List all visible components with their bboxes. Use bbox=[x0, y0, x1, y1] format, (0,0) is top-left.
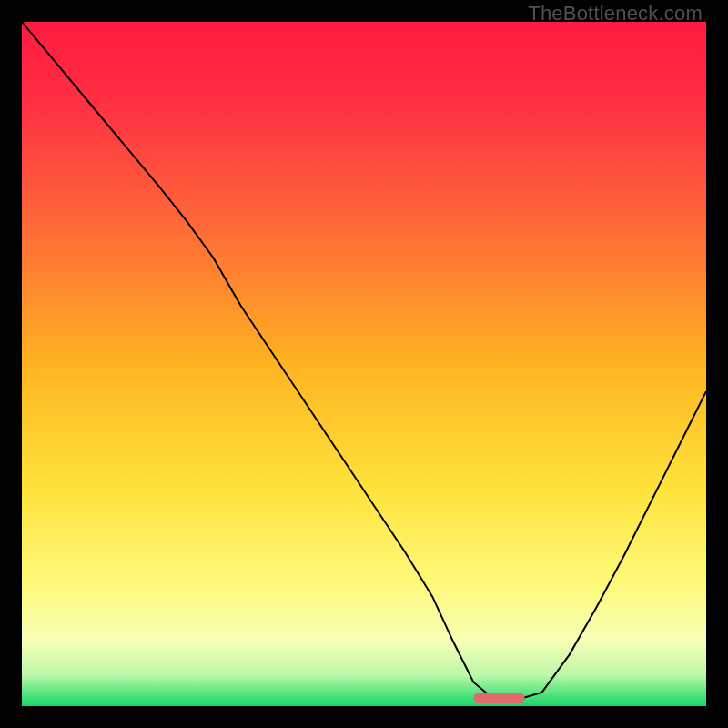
bottleneck-chart bbox=[22, 22, 706, 706]
optimal-range-marker bbox=[473, 693, 524, 703]
chart-frame bbox=[22, 22, 706, 706]
watermark-text: TheBottleneck.com bbox=[528, 2, 703, 25]
gradient-background bbox=[22, 22, 706, 706]
